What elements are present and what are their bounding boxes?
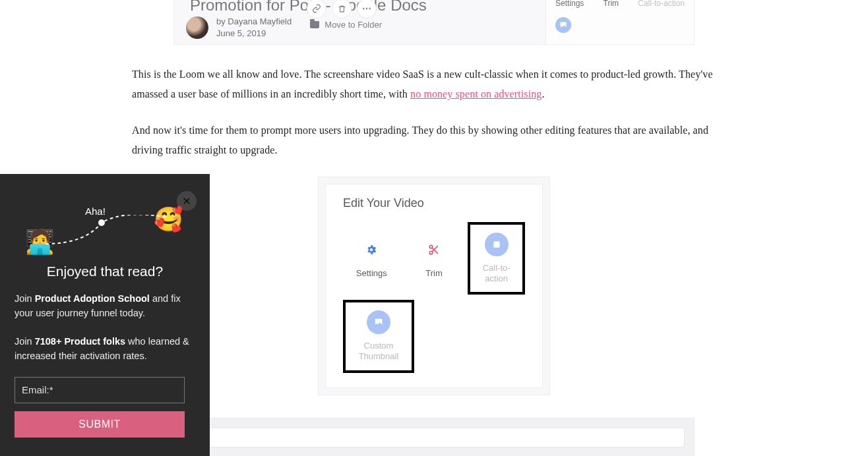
next-figure-inner <box>183 428 685 447</box>
tile-settings-label: Settings <box>356 268 387 279</box>
trash-icon[interactable] <box>332 0 352 18</box>
author-name: by Dayana Mayfield <box>216 16 292 28</box>
loom-preview-card: Promotion for Post - Google Docs ⋯ by Da… <box>173 0 695 45</box>
scissors-icon <box>422 238 446 262</box>
figure-title: Edit Your Video <box>343 196 525 210</box>
move-folder-label: Move to Folder <box>325 20 382 30</box>
image-icon <box>367 310 390 334</box>
article-paragraph-1: This is the Loom we all know and love. T… <box>132 65 736 105</box>
gear-icon <box>359 238 383 262</box>
thumbnail-circle-icon[interactable] <box>555 17 571 33</box>
sidebar-trim[interactable]: Trim <box>604 0 619 8</box>
popup-title: Enjoyed that read? <box>15 264 195 279</box>
cta-icon <box>485 233 509 256</box>
article-paragraph-2: And now it's time for them to prompt mor… <box>132 121 736 161</box>
edit-video-figure: Edit Your Video Settings Trim <box>318 177 550 395</box>
journey-graphic: Aha! 🧑‍💻 🥰 <box>15 196 195 256</box>
sidebar-settings[interactable]: Settings <box>555 0 584 8</box>
tile-trim[interactable]: Trim <box>406 222 463 295</box>
tile-thumbnail[interactable]: Custom Thumbnail <box>343 300 414 373</box>
publish-date: June 5, 2019 <box>216 28 292 40</box>
tile-trim-label: Trim <box>425 268 443 279</box>
dotted-curve <box>45 215 170 248</box>
svg-point-7 <box>98 219 105 226</box>
author-block: by Dayana Mayfield June 5, 2019 <box>186 16 292 39</box>
folder-icon <box>310 21 319 28</box>
avatar <box>186 16 208 39</box>
tile-cta[interactable]: Call-to-action <box>468 222 525 295</box>
popup-copy-2: Join 7108+ Product folks who learned & i… <box>15 334 195 364</box>
sidebar-cta: Call-to-action <box>638 0 685 8</box>
email-field[interactable] <box>15 377 185 403</box>
tile-thumbnail-label: Custom Thumbnail <box>348 341 409 362</box>
newsletter-popup: Aha! 🧑‍💻 🥰 Enjoyed that read? Join Produ… <box>0 174 210 456</box>
next-figure-top <box>173 418 695 456</box>
loom-preview-main: Promotion for Post - Google Docs ⋯ by Da… <box>174 0 545 44</box>
tile-settings[interactable]: Settings <box>343 222 400 295</box>
svg-rect-4 <box>493 241 499 247</box>
loom-sidebar: Settings Trim Call-to-action <box>545 0 694 44</box>
loom-action-icons: ⋯ <box>307 0 377 18</box>
popup-copy-1: Join Product Adoption School and fix you… <box>15 291 195 321</box>
p1-text-b: . <box>542 88 544 100</box>
submit-button[interactable]: SUBMIT <box>15 411 185 438</box>
advertising-link[interactable]: no money spent on advertising <box>410 88 542 100</box>
move-to-folder[interactable]: Move to Folder <box>310 20 382 30</box>
link-icon[interactable] <box>307 0 326 18</box>
tile-cta-label: Call-to-action <box>473 263 520 285</box>
more-icon[interactable]: ⋯ <box>357 0 377 18</box>
